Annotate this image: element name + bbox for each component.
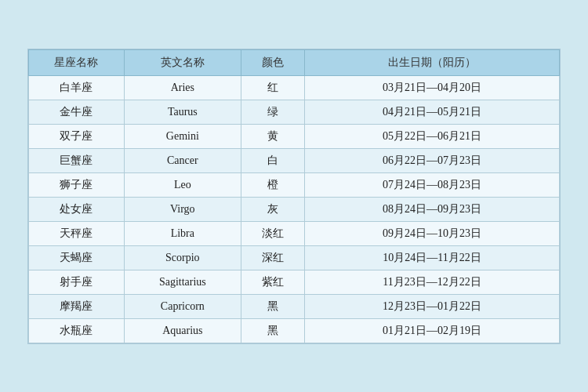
cell-color: 黑 <box>241 318 304 343</box>
header-color: 颜色 <box>241 49 304 75</box>
cell-color: 深红 <box>241 245 304 270</box>
table-row: 巨蟹座Cancer白06月22日—07月23日 <box>29 148 560 172</box>
cell-date: 01月21日—02月19日 <box>305 318 560 343</box>
table-row: 金牛座Taurus绿04月21日—05月21日 <box>29 100 560 124</box>
header-chinese: 星座名称 <box>29 49 125 75</box>
cell-chinese: 天秤座 <box>29 221 125 245</box>
cell-color: 淡红 <box>241 221 304 245</box>
cell-chinese: 摩羯座 <box>29 294 125 318</box>
cell-english: Gemini <box>124 124 241 148</box>
table-row: 天蝎座Scorpio深红10月24日—11月22日 <box>29 245 560 270</box>
table-row: 白羊座Aries红03月21日—04月20日 <box>29 75 560 100</box>
cell-date: 04月21日—05月21日 <box>305 100 560 124</box>
cell-english: Aries <box>124 75 241 100</box>
cell-color: 绿 <box>241 100 304 124</box>
cell-english: Taurus <box>124 100 241 124</box>
cell-date: 05月22日—06月21日 <box>305 124 560 148</box>
cell-chinese: 白羊座 <box>29 75 125 100</box>
cell-chinese: 天蝎座 <box>29 245 125 270</box>
table-row: 双子座Gemini黄05月22日—06月21日 <box>29 124 560 148</box>
zodiac-table: 星座名称 英文名称 颜色 出生日期（阳历） 白羊座Aries红03月21日—04… <box>28 49 560 343</box>
cell-color: 黄 <box>241 124 304 148</box>
zodiac-table-container: 星座名称 英文名称 颜色 出生日期（阳历） 白羊座Aries红03月21日—04… <box>27 49 561 344</box>
cell-english: Libra <box>124 221 241 245</box>
cell-color: 紫红 <box>241 270 304 294</box>
header-english: 英文名称 <box>124 49 241 75</box>
cell-color: 红 <box>241 75 304 100</box>
cell-english: Sagittarius <box>124 270 241 294</box>
cell-date: 06月22日—07月23日 <box>305 148 560 172</box>
table-row: 天秤座Libra淡红09月24日—10月23日 <box>29 221 560 245</box>
cell-date: 03月21日—04月20日 <box>305 75 560 100</box>
cell-english: Scorpio <box>124 245 241 270</box>
cell-chinese: 狮子座 <box>29 172 125 197</box>
table-row: 水瓶座Aquarius黑01月21日—02月19日 <box>29 318 560 343</box>
cell-chinese: 水瓶座 <box>29 318 125 343</box>
cell-date: 08月24日—09月23日 <box>305 197 560 221</box>
table-row: 处女座Virgo灰08月24日—09月23日 <box>29 197 560 221</box>
cell-english: Virgo <box>124 197 241 221</box>
cell-color: 橙 <box>241 172 304 197</box>
table-row: 摩羯座Capricorn黑12月23日—01月22日 <box>29 294 560 318</box>
cell-date: 12月23日—01月22日 <box>305 294 560 318</box>
cell-color: 白 <box>241 148 304 172</box>
cell-chinese: 金牛座 <box>29 100 125 124</box>
cell-chinese: 处女座 <box>29 197 125 221</box>
table-row: 狮子座Leo橙07月24日—08月23日 <box>29 172 560 197</box>
cell-chinese: 巨蟹座 <box>29 148 125 172</box>
cell-date: 11月23日—12月22日 <box>305 270 560 294</box>
cell-color: 灰 <box>241 197 304 221</box>
cell-english: Capricorn <box>124 294 241 318</box>
cell-chinese: 射手座 <box>29 270 125 294</box>
table-header-row: 星座名称 英文名称 颜色 出生日期（阳历） <box>29 49 560 75</box>
cell-english: Aquarius <box>124 318 241 343</box>
cell-date: 10月24日—11月22日 <box>305 245 560 270</box>
header-date: 出生日期（阳历） <box>305 49 560 75</box>
cell-english: Leo <box>124 172 241 197</box>
cell-chinese: 双子座 <box>29 124 125 148</box>
cell-english: Cancer <box>124 148 241 172</box>
cell-color: 黑 <box>241 294 304 318</box>
table-body: 白羊座Aries红03月21日—04月20日金牛座Taurus绿04月21日—0… <box>29 75 560 343</box>
table-row: 射手座Sagittarius紫红11月23日—12月22日 <box>29 270 560 294</box>
cell-date: 09月24日—10月23日 <box>305 221 560 245</box>
cell-date: 07月24日—08月23日 <box>305 172 560 197</box>
